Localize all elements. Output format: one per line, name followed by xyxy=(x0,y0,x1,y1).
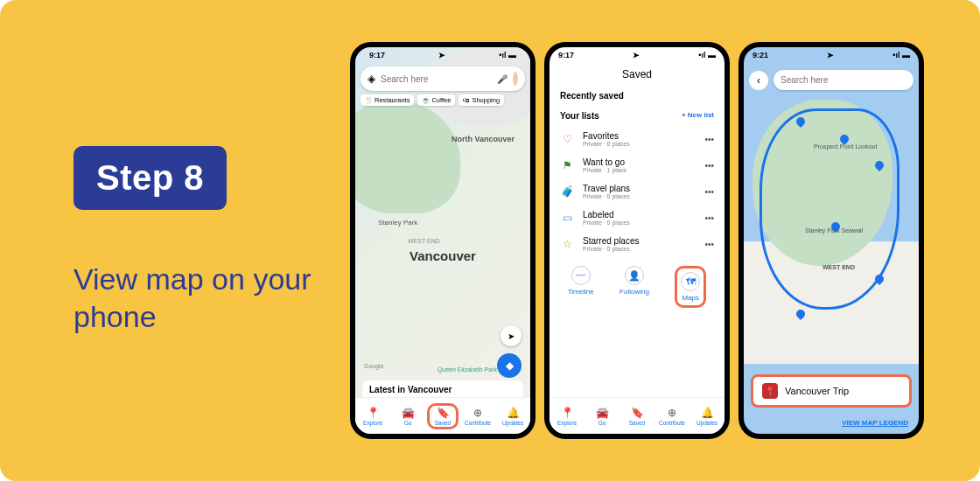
your-lists-row: Your lists + New list xyxy=(550,106,724,126)
status-time: 9:17 xyxy=(369,51,385,59)
status-bar: 9:21 ➤ •ıl ▬ xyxy=(744,47,919,63)
map-label: WEST END xyxy=(408,238,440,244)
search-input[interactable] xyxy=(381,74,492,84)
plus-icon: ⊕ xyxy=(473,407,482,419)
bookmark-icon: 🔖 xyxy=(631,407,644,419)
back-button[interactable]: ‹ xyxy=(749,71,768,90)
bookmark-icon: 🔖 xyxy=(437,407,450,419)
search-bar[interactable] xyxy=(774,70,914,90)
slide-title: View map on your phone xyxy=(74,261,318,335)
list-item[interactable]: ♡FavoritesPrivate · 0 places••• xyxy=(550,126,724,152)
status-bar: 9:17 ➤ •ıl ▬ xyxy=(360,47,525,63)
map-label: Queen Elizabeth Park xyxy=(438,366,497,373)
bell-icon: 🔔 xyxy=(701,407,714,419)
bottom-links: 〰Timeline 👤Following 🗺Maps xyxy=(550,257,724,317)
status-time: 9:17 xyxy=(558,51,574,59)
recently-saved-label: Recently saved xyxy=(550,86,724,106)
bottom-tab-bar: 📍Explore 🚘Go 🔖Saved ⊕Contribute 🔔Updates xyxy=(355,397,530,434)
status-icons: •ıl ▬ xyxy=(499,51,516,59)
phone-3: 9:21 ➤ •ıl ▬ ‹ Prospect Point Lookout St… xyxy=(738,42,924,439)
list-item[interactable]: ▭LabeledPrivate · 0 places••• xyxy=(550,205,724,231)
map-label: Stanley Park xyxy=(378,219,417,227)
chip-shopping[interactable]: 🛍Shopping xyxy=(458,94,504,106)
search-bar[interactable]: ◈ 🎤 xyxy=(360,66,525,91)
view-legend-link[interactable]: VIEW MAP LEGEND xyxy=(842,419,908,427)
maps-icon: 🗺 xyxy=(681,272,700,291)
list-type-icon: ♡ xyxy=(560,133,574,145)
tab-updates[interactable]: 🔔Updates xyxy=(497,407,528,426)
avatar[interactable] xyxy=(513,72,518,86)
trip-card[interactable]: 📍 Vancouver Trip xyxy=(751,374,912,408)
timeline-icon: 〰 xyxy=(571,266,591,285)
chevron-left-icon: ‹ xyxy=(757,74,760,87)
plus-icon: ⊕ xyxy=(668,407,676,419)
list-title: Favorites xyxy=(583,131,696,141)
tab-explore[interactable]: 📍Explore xyxy=(357,407,388,426)
chip-coffee[interactable]: ☕Coffee xyxy=(417,94,455,106)
timeline-link[interactable]: 〰Timeline xyxy=(568,266,594,308)
more-icon[interactable]: ••• xyxy=(704,161,714,171)
more-icon[interactable]: ••• xyxy=(704,240,714,249)
new-list-link[interactable]: + New list xyxy=(682,111,714,119)
google-logo-icon: ◈ xyxy=(368,73,375,85)
your-lists-label: Your lists xyxy=(560,111,599,121)
list-type-icon: ☆ xyxy=(560,238,574,250)
map-label: Vancouver xyxy=(355,248,530,263)
list-title: Starred places xyxy=(583,236,696,246)
locate-me-button[interactable]: ➤ xyxy=(500,325,522,346)
left-panel: Step 8 View map on your phone xyxy=(74,146,318,335)
category-chips: 🍴Restaurants ☕Coffee 🛍Shopping xyxy=(360,94,525,106)
mic-icon[interactable]: 🎤 xyxy=(497,74,508,84)
phone-2: 9:17 ➤ •ıl ▬ Saved Recently saved Your l… xyxy=(544,42,730,439)
list-item[interactable]: ⚑Want to goPrivate · 1 place••• xyxy=(550,152,724,178)
saved-header: Saved xyxy=(550,63,724,86)
tab-contribute[interactable]: ⊕Contribute xyxy=(462,407,494,426)
more-icon[interactable]: ••• xyxy=(704,213,714,223)
following-link[interactable]: 👤Following xyxy=(620,266,649,308)
location-arrow-icon: ➤ xyxy=(438,51,445,59)
slide: Step 8 View map on your phone 9:17 ➤ •ıl… xyxy=(0,0,980,481)
red-pin-icon: 📍 xyxy=(762,383,778,399)
list-title: Labeled xyxy=(583,210,696,220)
tab-updates[interactable]: 🔔Updates xyxy=(691,407,723,426)
directions-fab[interactable]: ◆ xyxy=(497,353,522,378)
bell-icon: 🔔 xyxy=(507,407,520,419)
tab-saved[interactable]: 🔖Saved xyxy=(621,407,653,426)
chip-restaurants[interactable]: 🍴Restaurants xyxy=(360,94,414,106)
list-type-icon: ⚑ xyxy=(560,159,574,171)
more-icon[interactable]: ••• xyxy=(704,187,714,197)
list-type-icon: ▭ xyxy=(560,212,574,224)
phone-row: 9:17 ➤ •ıl ▬ ◈ 🎤 🍴Restaurants ☕Coffee 🛍S… xyxy=(350,42,924,439)
list-title: Travel plans xyxy=(583,184,696,193)
location-arrow-icon: ➤ xyxy=(633,51,640,59)
list-item[interactable]: ☆Starred placesPrivate · 0 places••• xyxy=(550,231,724,257)
google-attribution: Google xyxy=(364,363,384,369)
tab-go[interactable]: 🚘Go xyxy=(392,407,424,426)
car-icon: 🚘 xyxy=(596,407,609,419)
map-label: Prospect Point Lookout xyxy=(814,143,877,150)
status-time: 9:21 xyxy=(752,51,768,59)
pin-icon: 📍 xyxy=(561,407,574,419)
tab-go[interactable]: 🚘Go xyxy=(586,407,618,426)
status-icons: •ıl ▬ xyxy=(892,51,910,59)
latest-heading[interactable]: Latest in Vancouver xyxy=(362,380,523,399)
map-label: WEST END xyxy=(822,264,855,270)
status-bar: 9:17 ➤ •ıl ▬ xyxy=(550,47,724,63)
tab-explore[interactable]: 📍Explore xyxy=(551,407,583,426)
bottom-tab-bar: 📍Explore 🚘Go 🔖Saved ⊕Contribute 🔔Updates xyxy=(550,397,724,434)
more-icon[interactable]: ••• xyxy=(704,135,714,144)
trip-name: Vancouver Trip xyxy=(785,386,849,396)
tab-contribute[interactable]: ⊕Contribute xyxy=(656,407,688,426)
map-label: Stanley Park Seawall xyxy=(805,227,863,234)
list-subtitle: Private · 0 places xyxy=(583,193,696,199)
tab-saved[interactable]: 🔖Saved xyxy=(427,403,458,429)
list-subtitle: Private · 1 place xyxy=(583,167,696,173)
map-label: North Vancouver xyxy=(452,135,514,143)
car-icon: 🚘 xyxy=(402,407,415,419)
following-icon: 👤 xyxy=(625,266,644,285)
step-badge: Step 8 xyxy=(74,146,227,210)
maps-link[interactable]: 🗺Maps xyxy=(675,266,706,308)
location-arrow-icon: ➤ xyxy=(827,51,834,59)
search-input[interactable] xyxy=(780,75,906,85)
list-item[interactable]: 🧳Travel plansPrivate · 0 places••• xyxy=(550,178,724,205)
